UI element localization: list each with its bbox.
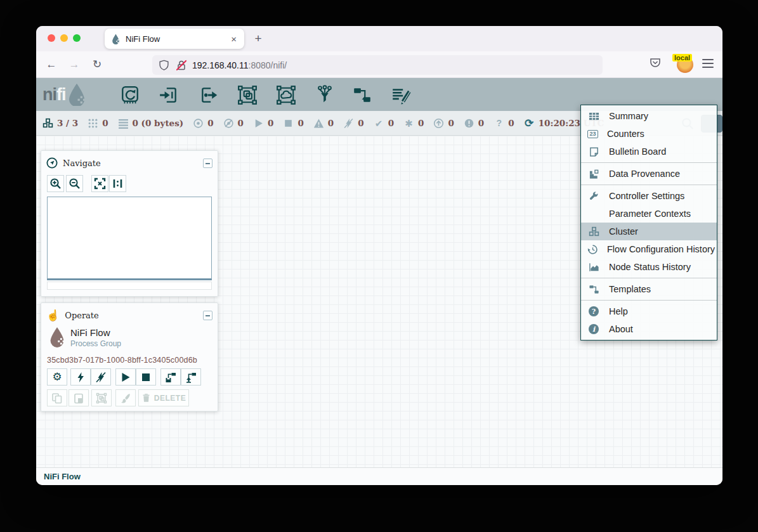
cluster-status: 3 / 3 (42, 118, 78, 129)
counters-icon: 23 (587, 130, 598, 138)
stopped-status: 0 (283, 118, 303, 129)
label-draggable-icon[interactable] (391, 85, 411, 105)
help-icon: ? (587, 306, 600, 317)
nifi-logo: nifi (42, 83, 86, 106)
zoom-out-button[interactable] (66, 175, 83, 192)
zoom-in-button[interactable] (47, 175, 64, 192)
zoom-actual-size-button[interactable] (109, 175, 126, 192)
browser-tab[interactable]: NiFi Flow × (105, 29, 244, 49)
profile-badge: local (672, 54, 692, 62)
breadcrumb[interactable]: NiFi Flow (44, 472, 81, 481)
url-text[interactable]: 192.168.40.11:8080/nifi/ (192, 60, 596, 70)
remote-process-group-draggable-icon[interactable] (276, 85, 296, 105)
menu-item-cluster[interactable]: Cluster (581, 223, 717, 240)
zoom-window-button[interactable] (73, 34, 81, 42)
selected-component-type: Process Group (70, 339, 121, 348)
stopped-count: 0 (297, 118, 303, 128)
processor-draggable-icon[interactable] (120, 85, 140, 105)
menu-item-controller-settings[interactable]: Controller Settings (581, 187, 717, 205)
template-draggable-icon[interactable] (352, 85, 372, 105)
reload-icon[interactable]: ↻ (89, 57, 105, 72)
template-icon (587, 283, 600, 295)
wrench-icon (587, 190, 600, 202)
copy-button[interactable] (47, 389, 67, 406)
active-threads-status: 0 (88, 118, 108, 129)
configuration-button[interactable]: ⚙ (47, 368, 67, 386)
summary-table-icon (587, 110, 600, 122)
operate-palette: ☝ Operate NiFi Flow Process Group 35cbd3… (41, 302, 218, 412)
cluster-cubes-icon (42, 118, 53, 129)
output-port-draggable-icon[interactable] (199, 85, 219, 105)
area-chart-icon (587, 261, 600, 273)
input-port-draggable-icon[interactable] (159, 85, 179, 105)
modified-stale-count: 0 (478, 118, 484, 128)
stop-button[interactable] (136, 368, 156, 386)
create-template-button[interactable] (160, 368, 181, 386)
enable-button[interactable] (70, 368, 91, 386)
shield-icon[interactable] (159, 60, 169, 71)
tab-close-icon[interactable]: × (230, 34, 238, 44)
global-menu: Summary 23 Counters Bulletin Board Data … (580, 105, 717, 341)
menu-item-summary[interactable]: Summary (581, 107, 717, 125)
breadcrumb-bar: NiFi Flow (36, 467, 722, 485)
locally-modified-count: 0 (418, 118, 424, 128)
sync-failure-question-icon: ? (493, 118, 504, 129)
upload-template-button[interactable] (181, 368, 201, 386)
new-tab-button[interactable]: + (251, 31, 266, 46)
tab-title: NiFi Flow (126, 34, 230, 44)
menu-item-node-status-history[interactable]: Node Status History (581, 258, 717, 276)
titlebar: NiFi Flow × + (36, 26, 722, 51)
history-icon (587, 243, 598, 255)
bulletin-note-icon (587, 146, 600, 157)
stopped-square-icon (283, 118, 294, 129)
screenshot-stage: NiFi Flow × + ← → ↻ ☆ 192.168.40.11:8080… (0, 0, 758, 532)
not-transmitting-count: 0 (238, 118, 244, 128)
stale-arrow-icon (433, 118, 444, 129)
logo-text-ni: ni (42, 85, 56, 105)
nifi-drop-icon (67, 83, 86, 106)
back-icon[interactable]: ← (44, 57, 59, 72)
queued-list-icon (118, 118, 129, 129)
pocket-icon[interactable] (649, 56, 662, 69)
selected-component-name: NiFi Flow (70, 327, 121, 338)
menu-item-counters[interactable]: 23 Counters (581, 125, 717, 143)
funnel-draggable-icon[interactable] (315, 85, 335, 105)
birdseye-minimap[interactable] (47, 197, 212, 280)
queued-status: 0 (0 bytes) (118, 118, 184, 129)
sync-failure-count: 0 (508, 118, 514, 128)
menu-item-templates[interactable]: Templates (581, 280, 717, 298)
threads-grid-icon (88, 118, 98, 129)
selected-component-id[interactable]: 35cbd3b7-017b-1000-8bff-1c3405c00d6b (47, 356, 197, 365)
locally-modified-status: ✱ 0 (403, 118, 424, 129)
process-group-draggable-icon[interactable] (237, 85, 258, 105)
disabled-count: 0 (358, 118, 363, 128)
menu-item-bulletin-board[interactable]: Bulletin Board (581, 143, 717, 160)
browser-menu-icon[interactable] (702, 59, 714, 68)
close-window-button[interactable] (48, 34, 55, 42)
refresh-icon[interactable]: ⟳ (524, 118, 535, 129)
locally-modified-stale-status: 0 (464, 118, 484, 129)
menu-item-about[interactable]: i About (581, 320, 717, 338)
disable-button[interactable] (91, 368, 111, 386)
menu-item-flow-configuration-history[interactable]: Flow Configuration History (581, 240, 717, 258)
zoom-fit-button[interactable] (91, 175, 108, 192)
forward-icon[interactable]: → (67, 57, 82, 72)
navigate-collapse-button[interactable] (203, 159, 212, 168)
operate-collapse-button[interactable] (203, 311, 212, 320)
navigate-icon (46, 157, 58, 169)
url-bar[interactable]: 192.168.40.11:8080/nifi/ (152, 55, 603, 75)
group-button[interactable] (91, 389, 112, 406)
fill-color-brush-button[interactable] (115, 389, 136, 406)
menu-separator (581, 300, 717, 301)
start-button[interactable] (115, 368, 136, 386)
menu-item-parameter-contexts[interactable]: Parameter Contexts (581, 205, 717, 223)
delete-button[interactable]: DELETE (138, 389, 189, 406)
operate-header: ☝ Operate (41, 303, 218, 322)
menu-item-help[interactable]: ? Help (581, 302, 717, 320)
menu-item-data-provenance[interactable]: Data Provenance (581, 165, 717, 183)
delete-label: DELETE (154, 394, 186, 403)
paste-button[interactable] (69, 389, 89, 406)
insecure-lock-icon[interactable] (176, 60, 187, 71)
minimize-window-button[interactable] (60, 34, 68, 42)
logo-text-fi: fi (56, 85, 66, 105)
